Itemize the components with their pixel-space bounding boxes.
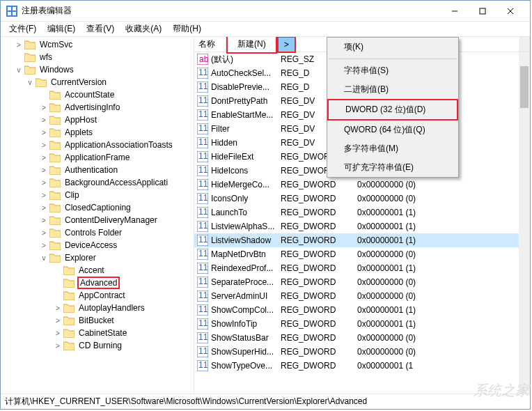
tree-toggle-icon[interactable]: v: [15, 66, 23, 74]
tree-toggle-icon[interactable]: >: [40, 141, 48, 149]
tree-toggle-icon[interactable]: >: [40, 229, 48, 237]
list-row[interactable]: 110ShowSuperHid...REG_DWORD0x00000000 (0…: [194, 345, 530, 359]
list-row[interactable]: 110ShowInfoTipREG_DWORD0x00000001 (1): [194, 317, 530, 331]
svg-rect-2: [13, 7, 16, 10]
value-data: 0x00000001 (1): [354, 235, 416, 245]
new-menu-button[interactable]: 新建(N): [226, 37, 277, 54]
tree-toggle-icon[interactable]: >: [54, 329, 62, 337]
menu-view[interactable]: 查看(V): [81, 22, 120, 36]
list-row[interactable]: 110IconsOnlyREG_DWORD0x00000000 (0): [194, 192, 530, 206]
list-row[interactable]: 110ServerAdminUIREG_DWORD0x00000000 (0): [194, 289, 530, 303]
tree-toggle-icon[interactable]: >: [54, 342, 62, 350]
tree-toggle-icon[interactable]: >: [40, 217, 48, 224]
list-row[interactable]: 110HideMergeCo...REG_DWORD0x00000000 (0): [194, 178, 530, 192]
tree-item[interactable]: >ApplicationAssociationToasts: [1, 139, 194, 151]
value-name-cell: 110LaunchTo: [194, 207, 278, 218]
list-row[interactable]: 110MapNetDrvBtnREG_DWORD0x00000000 (0): [194, 247, 530, 261]
list-scrollbar[interactable]: [519, 52, 530, 394]
tree-toggle-icon[interactable]: >: [40, 154, 48, 162]
flyout-arrow[interactable]: >: [277, 37, 296, 53]
menu-item-expandstring[interactable]: 可扩充字符串值(E): [327, 158, 458, 177]
tree-item[interactable]: AppContract: [1, 289, 194, 302]
tree-label: AppContract: [77, 290, 127, 300]
tree-toggle-icon[interactable]: >: [15, 41, 23, 49]
tree-item[interactable]: >AppHost: [1, 114, 194, 126]
menu-item-dword[interactable]: DWORD (32 位)值(D): [327, 99, 458, 121]
value-name: MapNetDrvBtn: [211, 249, 266, 259]
menu-item-key[interactable]: 项(K): [327, 38, 458, 56]
menu-edit[interactable]: 编辑(E): [42, 22, 81, 36]
tree-label: ContentDeliveryManager: [63, 215, 159, 225]
tree-item[interactable]: >DeviceAccess: [1, 239, 194, 251]
tree-toggle-icon[interactable]: >: [40, 242, 48, 249]
tree-toggle-icon[interactable]: >: [40, 116, 48, 124]
menu-item-qword[interactable]: QWORD (64 位)值(Q): [327, 121, 458, 139]
tree-item[interactable]: AccountState: [1, 88, 194, 101]
list-row[interactable]: 110LaunchToREG_DWORD0x00000001 (1): [194, 206, 530, 219]
tree-toggle-icon[interactable]: >: [40, 192, 48, 199]
value-name-cell: 110ShowTypeOve...: [194, 360, 278, 371]
value-type: REG_DWORD: [278, 222, 354, 231]
tree-item[interactable]: >CabinetState: [1, 327, 194, 339]
tree-toggle-icon[interactable]: >: [40, 204, 48, 212]
value-type: REG_DWORD: [278, 319, 354, 329]
svg-text:110: 110: [198, 346, 208, 356]
svg-text:110: 110: [198, 137, 208, 147]
tree-item[interactable]: Advanced: [1, 277, 194, 289]
minimize-button[interactable]: [441, 1, 469, 21]
list-row[interactable]: 110ShowTypeOve...REG_DWORD0x00000001 (1: [194, 359, 530, 373]
menu-file[interactable]: 文件(F): [3, 22, 42, 36]
menu-item-string[interactable]: 字符串值(S): [327, 61, 458, 80]
maximize-button[interactable]: [469, 1, 496, 21]
list-row[interactable]: 110ReindexedProf...REG_DWORD0x00000001 (…: [194, 261, 530, 275]
tree-item[interactable]: >CD Burning: [1, 339, 194, 352]
tree-item[interactable]: >BitBucket: [1, 314, 194, 327]
tree-toggle-icon[interactable]: >: [54, 304, 62, 312]
tree-toggle-icon[interactable]: >: [54, 317, 62, 325]
value-name-cell: 110HideIcons: [194, 165, 278, 176]
value-type: REG_DWORD: [278, 194, 354, 203]
menu-item-binary[interactable]: 二进制值(B): [327, 80, 458, 99]
list-row[interactable]: 110ListviewShadowREG_DWORD0x00000001 (1): [194, 233, 530, 247]
tree-toggle-icon[interactable]: v: [26, 79, 34, 86]
tree-item[interactable]: >Controls Folder: [1, 226, 194, 239]
tree-item[interactable]: >BackgroundAccessApplicati: [1, 176, 194, 189]
column-name[interactable]: 名称: [194, 37, 226, 52]
list-scroll-thumb[interactable]: [520, 66, 529, 108]
tree-item[interactable]: >AutoplayHandlers: [1, 302, 194, 314]
tree-item[interactable]: >Applets: [1, 126, 194, 139]
tree-toggle-icon[interactable]: >: [40, 179, 48, 187]
tree-pane[interactable]: >WcmSvcwfsvWindowsvCurrentVersionAccount…: [1, 37, 194, 394]
tree-item[interactable]: >WcmSvc: [1, 38, 194, 51]
tree-item[interactable]: >ContentDeliveryManager: [1, 214, 194, 226]
list-row[interactable]: 110ShowStatusBarREG_DWORD0x00000000 (0): [194, 331, 530, 345]
value-name-cell: 110ShowInfoTip: [194, 318, 278, 329]
tree-toggle-icon[interactable]: >: [40, 129, 48, 137]
tree-item[interactable]: >AdvertisingInfo: [1, 101, 194, 114]
tree-label: Clip: [63, 190, 81, 200]
tree-item[interactable]: wfs: [1, 51, 194, 63]
tree-item[interactable]: >Authentication: [1, 164, 194, 176]
list-row[interactable]: 110ListviewAlphaS...REG_DWORD0x00000001 …: [194, 219, 530, 233]
value-name: DontPrettyPath: [211, 96, 267, 106]
list-pane: 名称 新建(N) > ab(默认)REG_SZ110AutoCheckSel..…: [194, 37, 530, 394]
tree-item[interactable]: vWindows: [1, 63, 194, 76]
tree-toggle-icon[interactable]: v: [40, 254, 48, 262]
tree-item[interactable]: vCurrentVersion: [1, 76, 194, 88]
menu-item-multistring[interactable]: 多字符串值(M): [327, 139, 458, 158]
tree-item[interactable]: vExplorer: [1, 251, 194, 264]
list-row[interactable]: 110ShowCompCol...REG_DWORD0x00000001 (1): [194, 303, 530, 317]
tree-item[interactable]: Accent: [1, 264, 194, 277]
tree-item[interactable]: >ClosedCaptioning: [1, 201, 194, 214]
tree-label: BackgroundAccessApplicati: [63, 178, 169, 187]
tree-label: Authentication: [63, 165, 119, 175]
menu-favorites[interactable]: 收藏夹(A): [120, 22, 167, 36]
list-row[interactable]: 110SeparateProce...REG_DWORD0x00000000 (…: [194, 275, 530, 289]
menu-help[interactable]: 帮助(H): [167, 22, 207, 36]
tree-item[interactable]: >ApplicationFrame: [1, 151, 194, 164]
close-button[interactable]: [496, 1, 524, 21]
value-name: Filter: [211, 124, 230, 134]
tree-toggle-icon[interactable]: >: [40, 104, 48, 111]
tree-item[interactable]: >Clip: [1, 189, 194, 201]
tree-toggle-icon[interactable]: >: [40, 166, 48, 174]
